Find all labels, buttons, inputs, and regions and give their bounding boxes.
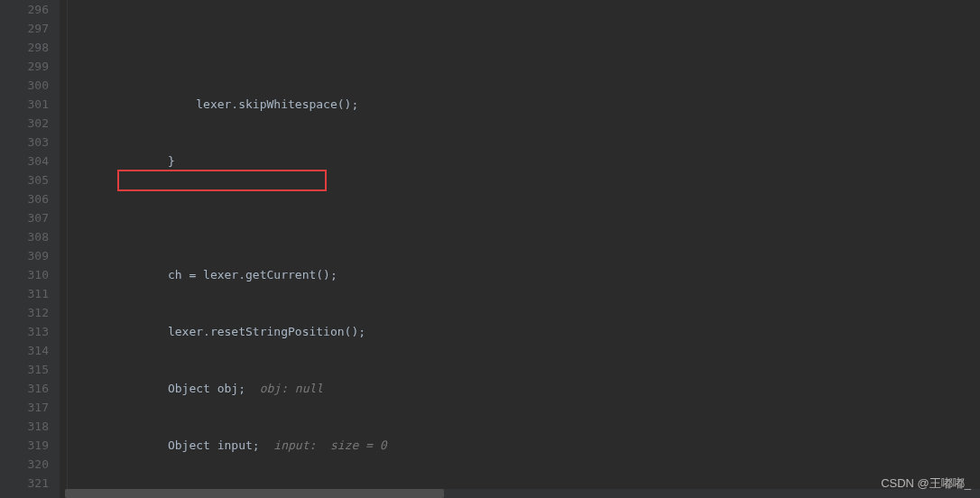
scrollbar-thumb[interactable] <box>65 489 444 498</box>
line-number: 314 <box>0 341 49 360</box>
line-number: 301 <box>0 95 49 114</box>
line-number-gutter: 2962972982993003013023033043053063073083… <box>0 0 60 498</box>
line-number: 304 <box>0 152 49 171</box>
code-editor[interactable]: 2962972982993003013023033043053063073083… <box>0 0 980 498</box>
line-number: 302 <box>0 114 49 133</box>
horizontal-scrollbar[interactable] <box>65 489 980 498</box>
line-number: 296 <box>0 0 49 19</box>
line-number: 297 <box>0 19 49 38</box>
code-line: } <box>83 152 980 171</box>
line-number: 317 <box>0 398 49 417</box>
code-line: ch = lexer.getCurrent(); <box>83 265 980 284</box>
line-number: 306 <box>0 189 49 208</box>
line-number: 320 <box>0 455 49 474</box>
line-number: 307 <box>0 208 49 227</box>
line-number: 311 <box>0 284 49 303</box>
line-number: 299 <box>0 57 49 76</box>
code-area[interactable]: lexer.skipWhitespace(); } ch = lexer.get… <box>76 0 980 498</box>
line-number: 315 <box>0 360 49 379</box>
fold-column[interactable] <box>60 0 76 498</box>
line-number: 318 <box>0 417 49 436</box>
watermark-label: CSDN @王嘟嘟_ <box>881 474 971 493</box>
line-number: 305 <box>0 171 49 189</box>
line-number: 313 <box>0 322 49 341</box>
line-number: 319 <box>0 436 49 455</box>
line-number: 310 <box>0 265 49 284</box>
code-line: Object obj; obj: null <box>83 379 980 398</box>
code-line: lexer.skipWhitespace(); <box>83 95 980 114</box>
line-number: 298 <box>0 38 49 57</box>
line-number: 308 <box>0 227 49 246</box>
line-number: 321 <box>0 474 49 493</box>
line-number: 309 <box>0 246 49 265</box>
line-number: 312 <box>0 303 49 322</box>
highlight-box <box>117 170 327 191</box>
line-number: 316 <box>0 379 49 398</box>
line-number: 303 <box>0 133 49 152</box>
line-number: 300 <box>0 76 49 95</box>
code-line: Object input; input: size = 0 <box>83 436 980 455</box>
code-line: lexer.resetStringPosition(); <box>83 322 980 341</box>
code-line <box>83 208 980 227</box>
